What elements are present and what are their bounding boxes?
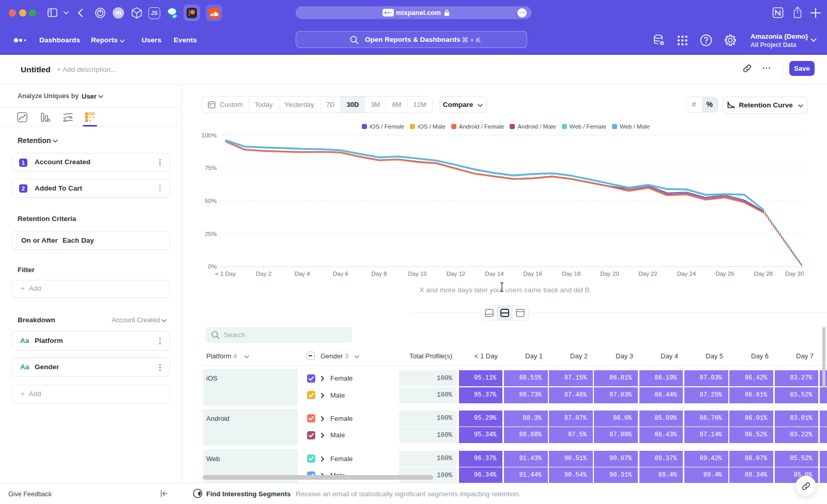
svg-text:< 1 Day: < 1 Day [215, 271, 236, 277]
svg-text:Day 28: Day 28 [754, 271, 773, 277]
svg-text:50%: 50% [205, 198, 217, 204]
svg-text:Day 12: Day 12 [447, 271, 465, 277]
svg-text:Day 20: Day 20 [600, 271, 619, 277]
svg-text:0%: 0% [208, 263, 217, 270]
svg-text:Day 22: Day 22 [638, 271, 657, 277]
svg-text:Day 18: Day 18 [562, 271, 580, 277]
svg-text:Day 10: Day 10 [408, 271, 426, 277]
svg-text:Day 8: Day 8 [371, 271, 387, 277]
svg-text:100%: 100% [202, 132, 217, 138]
svg-text:Day 14: Day 14 [485, 271, 504, 277]
svg-text:25%: 25% [205, 231, 217, 237]
svg-text:Day 6: Day 6 [333, 271, 348, 277]
svg-text:Day 4: Day 4 [295, 271, 311, 277]
svg-text:Day 16: Day 16 [523, 271, 542, 277]
svg-text:Day 2: Day 2 [256, 271, 271, 277]
svg-text:75%: 75% [205, 165, 217, 171]
svg-text:Day 26: Day 26 [715, 271, 734, 277]
svg-text:Day 24: Day 24 [677, 271, 696, 277]
svg-text:Day 30: Day 30 [785, 271, 804, 277]
